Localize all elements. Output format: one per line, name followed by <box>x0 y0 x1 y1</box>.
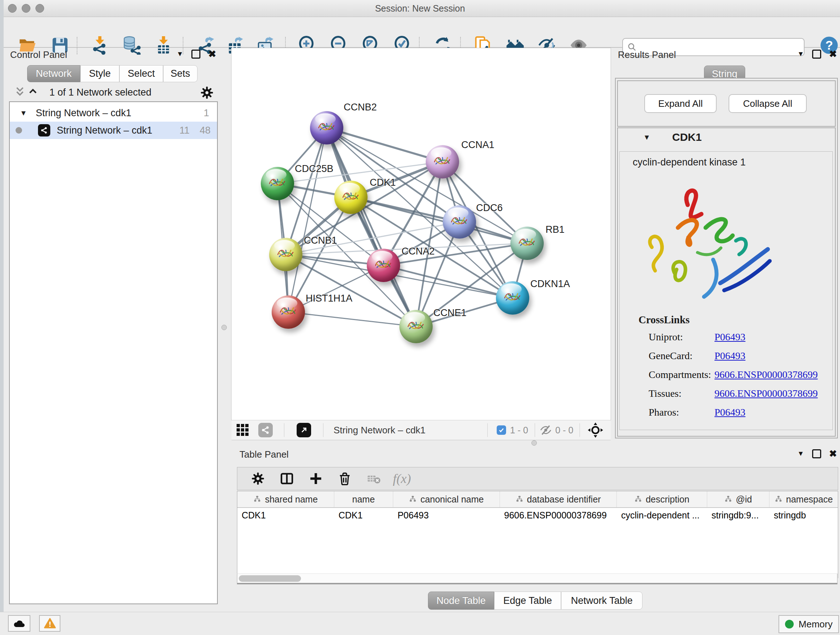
gene-detail-box: cyclin-dependent kinase 1 CrossLinks Uni… <box>619 151 833 430</box>
column-header[interactable]: @id <box>707 491 769 507</box>
network-node[interactable] <box>261 167 294 200</box>
scrollbar-thumb[interactable] <box>239 575 301 582</box>
tree-column-icon <box>634 495 642 503</box>
import-network-icon[interactable] <box>90 35 110 55</box>
network-node[interactable] <box>496 281 529 315</box>
crosslink-compartments-link[interactable]: 9606.ENSP00000378699 <box>714 369 818 380</box>
cloud-status-button[interactable] <box>8 615 30 632</box>
left-splitter-handle[interactable] <box>221 325 227 330</box>
tab-node-table[interactable]: Node Table <box>428 592 494 610</box>
cell-shared-name[interactable]: CDK1 <box>237 510 334 521</box>
column-header[interactable]: description <box>617 491 707 507</box>
show-columns-icon[interactable] <box>279 470 295 487</box>
column-header[interactable]: shared name <box>237 491 334 507</box>
column-header[interactable]: namespace <box>769 491 838 507</box>
network-row-selected[interactable]: String Network – cdk1 11 48 <box>10 122 217 139</box>
open-in-window-icon[interactable] <box>297 423 311 437</box>
table-tabs: Node Table Edge Table Network Table <box>428 592 643 610</box>
hidden-eye-icon[interactable] <box>540 424 552 438</box>
main-toolbar: ? <box>0 17 840 48</box>
memory-label: Memory <box>799 619 833 630</box>
network-collection-label: String Network – cdk1 <box>36 108 131 119</box>
expand-all-button[interactable]: Expand All <box>644 94 717 113</box>
warnings-button[interactable] <box>39 615 60 632</box>
network-node[interactable] <box>334 181 368 214</box>
network-label: String Network – cdk1 <box>57 125 152 136</box>
tab-network[interactable]: Network <box>27 65 80 82</box>
column-header[interactable]: name <box>334 491 393 507</box>
panel-close-icon[interactable]: ✖ <box>829 49 837 59</box>
selected-checkbox-icon[interactable] <box>497 425 506 435</box>
crosslink-genecard-link[interactable]: P06493 <box>714 350 745 362</box>
node-label: CDK1 <box>370 177 396 188</box>
status-bar: Memory <box>0 612 840 635</box>
fit-crosshair-icon[interactable] <box>587 422 603 440</box>
network-view-toolbar: String Network – cdk1 1 - 0 0 - 0 <box>232 420 611 440</box>
panel-collapse-icon[interactable]: ▼ <box>797 450 804 458</box>
cell-id[interactable]: stringdb:9... <box>707 510 769 521</box>
panel-close-icon[interactable]: ✖ <box>829 449 837 458</box>
network-node[interactable] <box>269 238 302 271</box>
table-row[interactable]: CDK1 CDK1 P06493 9606.ENSP00000378699 cy… <box>237 508 838 523</box>
node-label: CCNE1 <box>433 307 467 318</box>
separator <box>579 423 580 437</box>
network-collection-row[interactable]: ▼ String Network – cdk1 1 <box>10 104 217 122</box>
column-header[interactable]: database identifier <box>500 491 617 507</box>
crosslink-tissues-link[interactable]: 9606.ENSP00000378699 <box>714 388 818 399</box>
import-table-icon[interactable] <box>153 35 174 55</box>
warning-icon <box>44 617 56 630</box>
tab-edge-table[interactable]: Edge Table <box>494 592 561 610</box>
cell-database-identifier[interactable]: 9606.ENSP00000378699 <box>500 510 617 521</box>
window-title: Session: New Session <box>0 3 840 14</box>
cell-name[interactable]: CDK1 <box>334 510 393 521</box>
panel-collapse-icon[interactable]: ▼ <box>797 50 804 58</box>
network-node[interactable] <box>426 145 459 179</box>
bottom-splitter-handle[interactable] <box>531 440 537 446</box>
tree-expand-icon[interactable]: ▼ <box>20 109 27 117</box>
memory-status-dot <box>785 620 794 629</box>
network-node[interactable] <box>310 111 343 144</box>
string-badge-icon[interactable] <box>258 423 273 437</box>
panel-collapse-icon[interactable]: ▼ <box>177 50 183 58</box>
crosslink-uniprot-link[interactable]: P06493 <box>714 331 745 343</box>
add-column-icon[interactable] <box>308 470 324 487</box>
panel-float-icon[interactable] <box>812 50 821 59</box>
network-selection-status: 1 of 1 Network selected <box>9 87 192 98</box>
column-header[interactable]: canonical name <box>393 491 500 507</box>
cell-description[interactable]: cyclin-dependent ... <box>617 510 707 521</box>
node-label: CDKN1A <box>531 279 570 290</box>
delete-column-trash-icon[interactable] <box>336 470 353 487</box>
tab-select[interactable]: Select <box>119 65 163 82</box>
tab-style[interactable]: Style <box>80 65 119 82</box>
table-horizontal-scrollbar[interactable] <box>237 573 837 583</box>
network-node[interactable] <box>443 205 476 239</box>
cell-canonical-name[interactable]: P06493 <box>393 510 500 521</box>
cell-namespace[interactable]: stringdb <box>769 510 838 521</box>
birdseye-grid-icon[interactable] <box>237 424 248 436</box>
import-network-database-icon[interactable] <box>122 35 142 55</box>
node-count: 11 <box>180 125 189 136</box>
gene-collapse-icon[interactable]: ▼ <box>643 133 651 141</box>
collapse-all-button[interactable]: Collapse All <box>729 94 807 113</box>
panel-float-icon[interactable] <box>191 50 201 59</box>
app-window: Session: New Session <box>0 0 840 635</box>
network-node[interactable] <box>399 310 433 343</box>
network-options-gear-icon[interactable] <box>200 86 214 101</box>
network-node[interactable] <box>272 295 305 329</box>
panel-close-icon[interactable]: ✖ <box>208 49 216 59</box>
memory-button[interactable]: Memory <box>778 615 839 633</box>
tree-column-icon <box>253 495 261 503</box>
crosslink-pharos-link[interactable]: P06493 <box>714 407 745 418</box>
network-node[interactable] <box>510 226 544 260</box>
panel-float-icon[interactable] <box>812 449 821 458</box>
network-status-dot <box>16 127 22 134</box>
network-canvas[interactable]: CCNB2CCNA1CDC25BCDK1CDC6RB1CCNB1CCNA2CDK… <box>232 48 611 420</box>
node-label: CCNA2 <box>401 246 435 257</box>
table-header-row: shared name name canonical name database… <box>237 491 838 508</box>
network-node[interactable] <box>367 249 400 282</box>
table-settings-gear-icon[interactable] <box>249 470 266 487</box>
table-toolbar: f(x) <box>237 467 838 490</box>
tab-sets[interactable]: Sets <box>163 65 197 82</box>
tab-network-table[interactable]: Network Table <box>561 592 643 610</box>
separator <box>323 423 324 437</box>
